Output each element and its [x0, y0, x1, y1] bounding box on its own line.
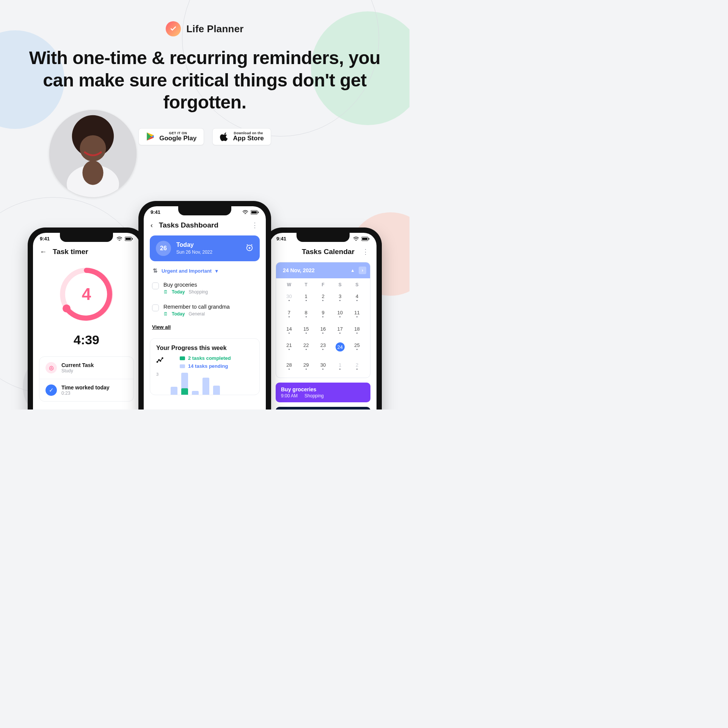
svg-rect-10 [126, 238, 131, 240]
status-time: 9:41 [151, 209, 160, 215]
calendar-day[interactable]: 24 [331, 339, 348, 357]
chart-bar [192, 391, 199, 395]
svg-rect-24 [369, 238, 369, 240]
task-checkbox[interactable] [152, 304, 159, 311]
svg-rect-15 [251, 211, 257, 213]
calendar-day[interactable]: 14 [281, 323, 298, 337]
calendar-day[interactable]: 1 [298, 290, 315, 304]
calendar-widget: 24 Nov, 2022 ▴ › WTFSS 30123478910111415… [276, 262, 370, 378]
calendar-month-bar[interactable]: 24 Nov, 2022 ▴ › [276, 262, 370, 278]
calendar-day[interactable]: 15 [298, 323, 315, 337]
phone-calendar: 9:41 Tasks Calendar ⋮ 24 Nov, 2022 ▴ › [264, 228, 382, 410]
progress-chart [171, 372, 220, 395]
task-row[interactable]: Remember to call grandma 🗓 Today General [144, 299, 266, 321]
event-time: 9:00 AM [281, 393, 298, 399]
dashboard-title: Tasks Dashboard [159, 221, 245, 229]
weekday-label: T [298, 282, 315, 287]
svg-point-19 [158, 359, 160, 361]
legend-pending: 14 tasks pending [188, 363, 228, 369]
google-play-icon [146, 132, 155, 141]
today-card[interactable]: 26 Today Sun 26 Nov, 2022 [150, 235, 260, 261]
headline: With one-time & recurring reminders, you… [23, 47, 387, 114]
calendar-event[interactable]: Go to school 9:50 AMGeneral [276, 407, 370, 410]
calendar-day[interactable]: 8 [298, 307, 315, 321]
filter-label: Urgent and Important [162, 268, 212, 274]
svg-point-18 [157, 361, 158, 362]
calendar-day[interactable]: 2 [315, 290, 332, 304]
calendar-day[interactable]: 17 [331, 323, 348, 337]
check-circle-icon: ✓ [46, 384, 57, 396]
event-name: Buy groceries [281, 386, 365, 392]
svg-point-20 [160, 361, 161, 362]
task-when: Today [172, 289, 185, 295]
app-store-badge[interactable]: Download on the App Store [212, 128, 271, 145]
view-all-link[interactable]: View all [152, 324, 257, 330]
back-icon[interactable]: ← [40, 248, 47, 256]
calendar-icon: 🗓 [163, 289, 168, 295]
current-task-row[interactable]: ◎ Current Task Study [39, 357, 133, 379]
calendar-day[interactable]: 4 [348, 290, 366, 304]
time-worked-label: Time worked today [61, 384, 110, 391]
task-name: Remember to call grandma [163, 304, 230, 310]
add-alarm-icon[interactable] [245, 243, 254, 254]
svg-point-21 [162, 358, 163, 359]
calendar-day[interactable]: 23 [315, 339, 332, 357]
task-checkbox[interactable] [152, 282, 159, 289]
calendar-day[interactable]: 22 [298, 339, 315, 357]
calendar-day[interactable]: 2 [348, 359, 366, 373]
wifi-icon [116, 237, 122, 241]
chevron-right-icon[interactable]: › [359, 267, 366, 274]
calendar-day[interactable]: 29 [298, 359, 315, 373]
calendar-day[interactable]: 11 [348, 307, 366, 321]
calendar-day[interactable]: 16 [315, 323, 332, 337]
battery-icon [125, 237, 133, 241]
timer-ring: 4 [58, 266, 115, 323]
timer-clock: 4:39 [33, 333, 140, 347]
chart-bar [202, 378, 209, 395]
calendar-day[interactable]: 7 [281, 307, 298, 321]
calendar-month-label: 24 Nov, 2022 [283, 267, 315, 273]
filter-row[interactable]: ⇅ Urgent and Important ▾ [144, 261, 266, 277]
timer-countdown: 4 [58, 266, 115, 323]
calendar-day[interactable]: 30 [281, 290, 298, 304]
calendar-day[interactable]: 25 [348, 339, 366, 357]
calendar-day[interactable]: 18 [348, 323, 366, 337]
legend-swatch-completed [180, 356, 185, 360]
phone-dashboard: 9:41 ‹ Tasks Dashboard ⋮ 26 Today Sun 26… [138, 201, 271, 410]
notch [60, 233, 113, 242]
battery-icon [361, 237, 370, 241]
chevron-up-icon[interactable]: ▴ [349, 267, 356, 274]
calendar-day[interactable]: 30 [315, 359, 332, 373]
time-worked-row[interactable]: ✓ Time worked today 0:23 [39, 379, 133, 401]
google-play-big: Google Play [159, 135, 196, 142]
calendar-day[interactable]: 21 [281, 339, 298, 357]
svg-rect-11 [132, 238, 133, 240]
notch [297, 233, 350, 242]
calendar-day[interactable]: 9 [315, 307, 332, 321]
more-icon[interactable]: ⋮ [251, 221, 259, 229]
calendar-day[interactable]: 28 [281, 359, 298, 373]
calendar-day[interactable]: 3 [331, 290, 348, 304]
task-row[interactable]: Buy groceries 🗓 Today Shopping [144, 277, 266, 299]
chart-bar [181, 373, 188, 395]
calendar-icon: 🗓 [163, 311, 168, 317]
calendar-day[interactable]: 1 [331, 359, 348, 373]
progress-title: Your Progress this week [156, 345, 253, 351]
task-category: Shopping [188, 289, 208, 295]
notch [178, 206, 231, 215]
app-store-big: App Store [233, 135, 264, 142]
back-icon[interactable]: ‹ [151, 221, 153, 229]
svg-rect-23 [362, 238, 367, 240]
status-icons [242, 210, 259, 215]
brand: Life Planner [0, 21, 410, 36]
calendar-day[interactable]: 10 [331, 307, 348, 321]
status-time: 9:41 [276, 236, 286, 242]
status-icons [116, 237, 133, 241]
chart-bar [213, 386, 220, 395]
task-category: General [188, 311, 205, 317]
google-play-badge[interactable]: GET IT ON Google Play [138, 128, 204, 145]
calendar-event[interactable]: Buy groceries 9:00 AMShopping [276, 383, 370, 402]
today-sub: Sun 26 Nov, 2022 [176, 249, 212, 255]
sort-icon: ⇅ [153, 267, 158, 274]
more-icon[interactable]: ⋮ [362, 248, 370, 256]
